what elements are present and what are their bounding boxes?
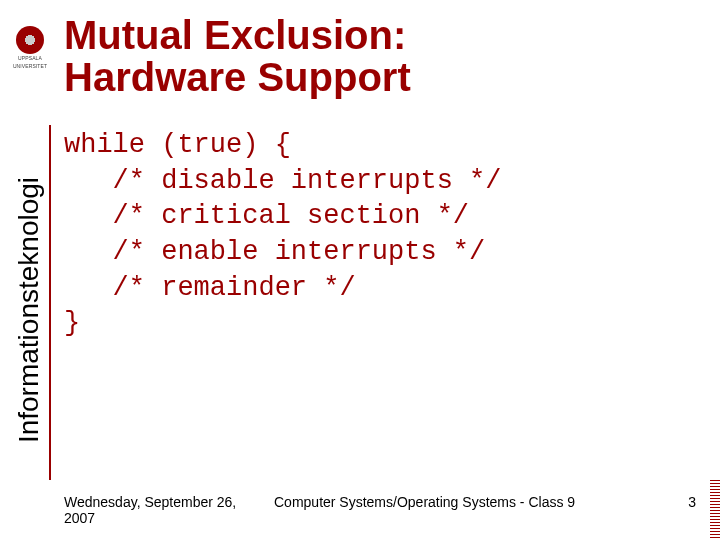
logo-line2: UNIVERSITET	[13, 64, 47, 70]
decorative-stripes	[710, 480, 720, 540]
university-logo: UPPSALA UNIVERSITET	[8, 26, 52, 69]
header: UPPSALA UNIVERSITET Mutual Exclusion: Ha…	[0, 0, 720, 98]
university-seal-icon	[16, 26, 44, 54]
sidebar-label: Informationsteknologi	[13, 177, 45, 443]
sidebar: Informationsteknologi	[9, 125, 51, 480]
footer-course: Computer Systems/Operating Systems - Cla…	[264, 494, 666, 510]
code-block: while (true) { /* disable interrupts */ …	[64, 128, 700, 342]
slide-title: Mutual Exclusion: Hardware Support	[52, 8, 411, 98]
footer: Wednesday, September 26, 2007 Computer S…	[64, 494, 696, 526]
footer-page-number: 3	[666, 494, 696, 510]
logo-line1: UPPSALA	[18, 56, 42, 62]
footer-date: Wednesday, September 26, 2007	[64, 494, 264, 526]
